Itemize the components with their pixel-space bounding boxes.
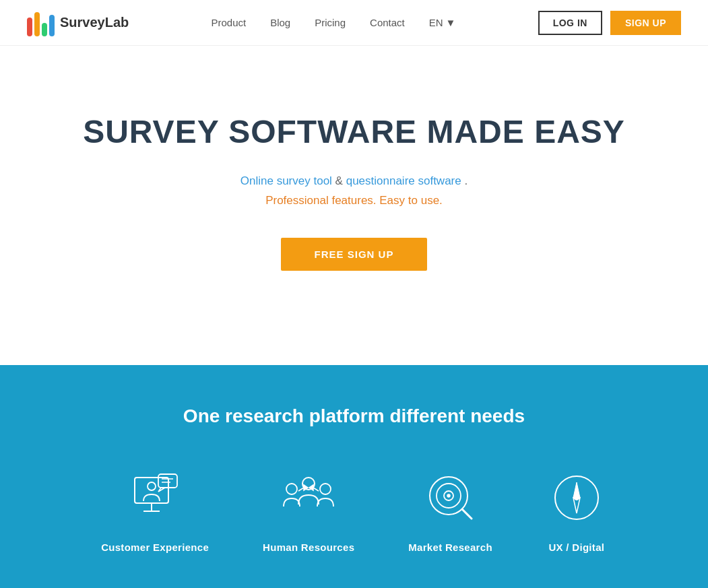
blue-section: One research platform different needs <box>0 365 708 588</box>
hero-title: SURVEY SOFTWARE MADE EASY <box>83 113 625 150</box>
svg-point-3 <box>148 482 156 490</box>
nav-product[interactable]: Product <box>211 17 246 28</box>
header: SurveyLab Product Blog Pricing Contact E… <box>0 0 708 46</box>
logo-text: SurveyLab <box>60 15 129 30</box>
main-nav: Product Blog Pricing Contact EN ▼ <box>211 17 455 28</box>
hero-subtitle-line1: Online survey tool & questionnaire softw… <box>240 174 468 187</box>
customer-experience-icon <box>125 467 185 528</box>
market-research-label: Market Research <box>408 542 492 553</box>
language-selector[interactable]: EN ▼ <box>429 17 456 28</box>
header-buttons: LOG IN SIGN UP <box>538 11 681 35</box>
nav-contact[interactable]: Contact <box>370 17 405 28</box>
survey-tool-link[interactable]: Online survey tool <box>240 174 332 187</box>
blue-section-title: One research platform different needs <box>27 405 681 427</box>
hero-subtitle-line2: Professional features. Easy to use. <box>265 194 443 207</box>
human-resources-label: Human Resources <box>263 542 354 553</box>
market-research-icon <box>420 467 481 528</box>
hero-subtitle: Online survey tool & questionnaire softw… <box>240 172 468 211</box>
login-button[interactable]: LOG IN <box>538 11 602 35</box>
svg-point-18 <box>447 494 450 497</box>
svg-point-8 <box>320 484 331 494</box>
svg-line-12 <box>313 488 319 491</box>
category-ux-digital[interactable]: UX / Digital <box>546 467 607 553</box>
category-grid: Customer Experience <box>27 467 681 553</box>
svg-line-10 <box>298 488 304 491</box>
questionnaire-link[interactable]: questionnaire software <box>346 174 461 187</box>
customer-experience-label: Customer Experience <box>101 542 209 553</box>
signup-button[interactable]: SIGN UP <box>610 11 681 35</box>
nav-pricing[interactable]: Pricing <box>315 17 346 28</box>
logo-icon <box>27 9 55 36</box>
human-resources-icon <box>278 467 339 528</box>
ux-digital-label: UX / Digital <box>548 542 604 553</box>
free-signup-button[interactable]: FREE SIGN UP <box>281 238 428 271</box>
category-market-research[interactable]: Market Research <box>408 467 492 553</box>
svg-point-22 <box>575 496 579 500</box>
category-customer-experience[interactable]: Customer Experience <box>101 467 209 553</box>
category-human-resources[interactable]: Human Resources <box>263 467 354 553</box>
svg-point-7 <box>286 484 297 494</box>
chevron-down-icon: ▼ <box>446 17 456 28</box>
hero-section: SURVEY SOFTWARE MADE EASY Online survey … <box>0 46 708 365</box>
logo[interactable]: SurveyLab <box>27 9 129 36</box>
svg-line-17 <box>462 509 472 519</box>
ux-digital-icon <box>546 467 607 528</box>
nav-blog[interactable]: Blog <box>270 17 290 28</box>
